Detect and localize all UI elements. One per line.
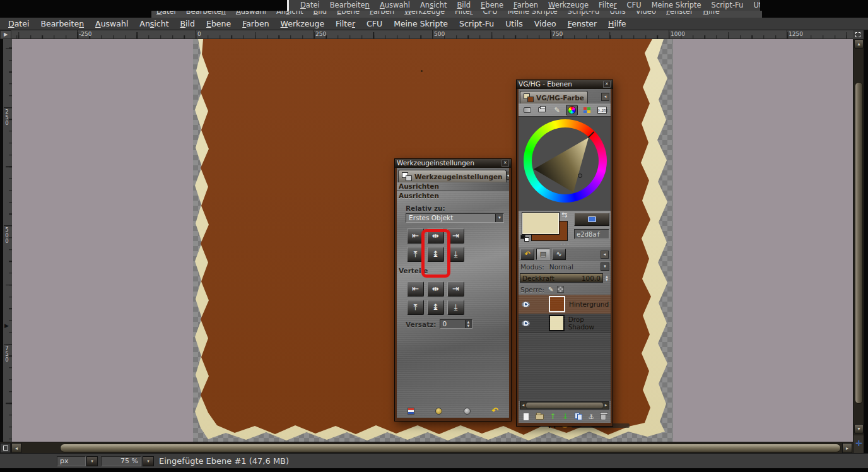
menu-item[interactable]: Filter — [330, 18, 361, 30]
scroll-up-button[interactable]: ▴ — [854, 39, 864, 49]
palette-selector-button[interactable] — [581, 105, 593, 115]
menu-item[interactable]: Filter — [450, 11, 478, 17]
layer-list-empty-area[interactable] — [519, 333, 611, 401]
scrollbar-thumb[interactable] — [526, 403, 603, 408]
zoom-dropdown-button[interactable]: ▾ — [143, 456, 154, 466]
quick-mask-toggle[interactable] — [0, 443, 11, 453]
zoom-follow-window-button[interactable] — [853, 30, 864, 39]
restore-options-icon[interactable] — [435, 408, 442, 415]
menu-item[interactable]: Ebene — [332, 11, 365, 17]
menu-item[interactable]: CFU — [478, 11, 503, 17]
menu-item[interactable]: Werkzeuge — [275, 18, 331, 30]
layers-list-button[interactable]: ▤ — [536, 249, 550, 260]
menu-item[interactable]: Werkzeuge — [543, 0, 594, 11]
lower-layer-icon[interactable]: ↓ — [562, 412, 568, 421]
lock-pixels-icon[interactable]: ✎ — [548, 286, 553, 293]
menu-item[interactable]: Ebene — [201, 18, 237, 30]
menu-item[interactable]: Meine Skripte — [503, 11, 563, 17]
distribute-center-button[interactable]: ⇹ — [427, 281, 444, 297]
menu-item[interactable]: Datei — [295, 0, 325, 11]
menu-item[interactable]: Bearbeiten — [325, 0, 375, 11]
scales-selector-button[interactable]: 0..255 — [596, 105, 608, 115]
offset-input[interactable]: 0 ▲▼ — [440, 319, 472, 329]
scroll-left-button[interactable]: ◂ — [11, 443, 21, 453]
zoom-level-input[interactable]: 75 % — [101, 456, 141, 466]
tab-menu-button[interactable]: ◂ — [601, 251, 609, 259]
menu-item[interactable]: Utils — [748, 0, 760, 11]
menu-item[interactable]: Meine Skripte — [388, 18, 454, 30]
swap-colors-icon[interactable]: ⇆ — [561, 211, 567, 219]
align-middle-button[interactable]: ↨ — [427, 247, 444, 262]
layer-row-hintergrund[interactable]: Hintergrund — [519, 295, 611, 314]
menu-item[interactable]: Datei — [3, 18, 35, 30]
raise-layer-icon[interactable]: ↑ — [549, 412, 556, 421]
reset-options-icon[interactable]: ↶ — [491, 406, 498, 415]
relative-to-combobox[interactable]: Erstes Objekt ▾ — [406, 213, 504, 223]
navigation-cross-button[interactable]: ✛ — [853, 435, 864, 453]
menu-item[interactable]: Auswahl — [375, 0, 415, 11]
menu-item[interactable]: Script-Fu — [707, 0, 749, 11]
layers-horizontal-scrollbar[interactable]: ◂ ▸ — [520, 401, 609, 410]
scroll-right-button[interactable]: ▸ — [842, 443, 852, 453]
menu-item[interactable]: Bearbeiten — [35, 18, 90, 30]
menu-item[interactable]: Filter — [594, 0, 622, 11]
html-notation-input[interactable]: e2d8af — [574, 229, 609, 239]
delete-layer-icon[interactable] — [601, 413, 606, 420]
menu-item[interactable]: Auswahl — [231, 11, 271, 17]
menu-item[interactable]: Datei — [151, 11, 181, 17]
anchor-layer-icon[interactable]: ⚓ — [588, 413, 594, 421]
hue-ring[interactable] — [524, 119, 607, 203]
horizontal-scrollbar[interactable]: ◂ ▸ — [0, 442, 853, 453]
ruler-corner-menu-button[interactable]: ▶ — [0, 30, 11, 39]
menu-item[interactable]: Farben — [237, 18, 274, 30]
foreground-color-swatch[interactable] — [522, 212, 560, 235]
menu-item[interactable]: Ansicht — [134, 18, 174, 30]
save-options-icon[interactable] — [408, 408, 414, 415]
horizontal-scrollbar-thumb[interactable] — [60, 444, 841, 452]
align-bottom-button[interactable]: ⤓ — [447, 247, 464, 262]
menu-item[interactable]: Script-Fu — [454, 18, 500, 30]
menu-item[interactable]: Utils — [604, 11, 630, 17]
visibility-eye-icon[interactable] — [522, 302, 530, 307]
unit-select[interactable]: px — [57, 456, 86, 466]
visibility-eye-icon[interactable] — [522, 321, 530, 326]
menu-item[interactable]: Video — [631, 11, 661, 17]
menu-item[interactable]: Bild — [308, 11, 332, 17]
mode-dropdown-button[interactable]: ▾ — [601, 263, 609, 271]
vertical-scrollbar-thumb[interactable] — [855, 82, 863, 404]
scroll-right-button[interactable]: ▸ — [603, 402, 609, 409]
scroll-down-button[interactable]: ▾ — [854, 424, 864, 434]
spinner-buttons[interactable]: ▲▼ — [465, 320, 472, 328]
menu-item[interactable]: Utils — [500, 18, 529, 30]
menu-item[interactable]: Auswahl — [90, 18, 134, 30]
paintbrush-selector-button[interactable]: ✎ — [551, 105, 563, 115]
new-group-icon[interactable] — [536, 414, 544, 420]
tab-menu-button[interactable]: ◂ — [601, 93, 609, 101]
menu-item[interactable]: Ebene — [476, 0, 508, 11]
menu-item[interactable]: Farben — [365, 11, 399, 17]
menu-item[interactable]: Farben — [508, 0, 543, 11]
grip-dots[interactable]: • • • — [519, 242, 611, 247]
menu-item[interactable]: Script-Fu — [563, 11, 605, 17]
align-top-button[interactable]: ⤒ — [407, 247, 424, 262]
distribute-middle-button[interactable]: ↨ — [427, 300, 444, 315]
layer-thumbnail[interactable] — [549, 315, 565, 331]
align-right-button[interactable]: ⇥ — [447, 228, 464, 244]
menu-item[interactable]: Bild — [452, 0, 476, 11]
mode-value[interactable]: Normal — [549, 263, 573, 271]
menu-item[interactable]: Hilfe — [602, 18, 631, 30]
menu-item[interactable]: Fenster — [661, 11, 698, 17]
default-colors-icon[interactable] — [520, 235, 529, 242]
printer-colors-button[interactable] — [536, 105, 548, 115]
menu-item[interactable]: Hilfe — [698, 11, 725, 17]
menu-item[interactable]: CFU — [622, 0, 647, 11]
lock-alpha-icon[interactable] — [557, 286, 564, 293]
opacity-slider[interactable]: Deckkraft 100.0 — [520, 273, 603, 283]
undo-history-button[interactable]: ↶ — [520, 249, 534, 260]
tab-fg-bg-color[interactable]: VG/HG-Farbe — [520, 91, 588, 103]
watercolor-selector-button[interactable] — [521, 105, 533, 115]
distribute-top-button[interactable]: ⤒ — [407, 300, 424, 315]
align-left-button[interactable]: ⇤ — [407, 228, 424, 244]
layer-row-drop-shadow[interactable]: Drop Shadow — [519, 314, 611, 333]
menu-item[interactable]: Video — [529, 18, 562, 30]
